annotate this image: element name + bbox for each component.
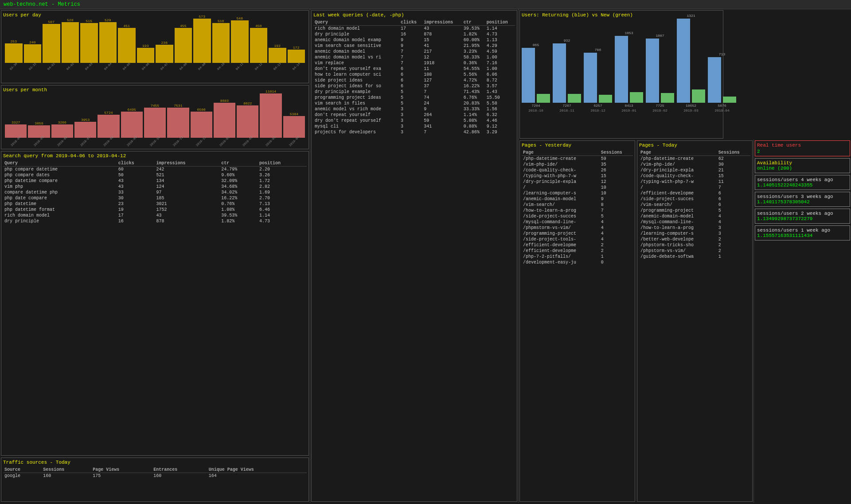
title-bar: web-techno.net - Metrics — [0, 0, 851, 9]
ret-bar-group: 1053 8413 2019-01 — [615, 31, 643, 112]
sessions-2w-value: 1.13499298737372279 — [757, 216, 848, 221]
table-row: don't repeat yourself exa61154.55%1.00 — [313, 66, 515, 72]
table-row: php compare datetime6024224.79%2.20 — [3, 167, 307, 173]
day-bar-item: 451 04-05 — [118, 23, 136, 68]
table-row: /10 — [522, 185, 633, 190]
py-col-page: Page — [522, 150, 600, 156]
table-row: /7 — [639, 185, 750, 190]
table-row: /guide-debate-softwa1 — [639, 254, 750, 260]
availability-value: online (200) — [757, 166, 848, 171]
last-week-queries-section: Last week queries (-date, -php) Query cl… — [311, 10, 517, 502]
pt-col-sessions: Sessions — [717, 150, 750, 156]
table-row: anemic model vs rich mode3933.33%1.56 — [313, 106, 515, 112]
table-row: dry principle example5771.43%1.43 — [313, 89, 515, 95]
table-row: vim replace719180.36%7.16 — [313, 60, 515, 66]
pages-yesterday-title: Pages - Yesterday — [522, 143, 633, 148]
search-query-title: Search query from 2019-04-06 to 2019-04-… — [3, 153, 307, 159]
pages-yesterday-table: Page Sessions /php-datetime-create59 /vi… — [522, 150, 633, 265]
table-row: /mysql-command-line-4 — [522, 219, 633, 225]
table-row: /learning-computer-s10 — [522, 190, 633, 196]
table-row: /learning-computer-s3 — [639, 231, 750, 236]
sq-col-clicks: clicks — [117, 160, 155, 167]
ret-bar-group: 932 7267 2018-11 — [553, 39, 581, 112]
table-row: /code-quality-check-26 — [522, 167, 633, 173]
table-row: /side-project-tools-4 — [522, 236, 633, 242]
day-bar-item: 507 04-01 — [43, 19, 60, 68]
month-bar-item: 6495 2018-09 — [121, 107, 143, 143]
sq-col-impressions: impressions — [155, 160, 220, 167]
search-query-table: Query clicks impressions ctr position ph… — [3, 160, 307, 224]
table-row: php compare dates505219.60%3.26 — [3, 172, 307, 178]
ts-col-entrances: Entrances — [152, 467, 207, 473]
table-row: /typing-with-php-7-w15 — [522, 173, 633, 179]
traffic-sources-table: Source Sessions Page Views Entrances Uni… — [3, 467, 307, 479]
table-row: rich domain model174339.53%1.14 — [3, 213, 307, 218]
realtime-title: Real time users — [757, 143, 848, 148]
ret-bar-group: 713 5076 2019-04 — [708, 52, 736, 112]
lw-col-impressions: impressions — [422, 19, 462, 26]
ts-col-sessions: Sessions — [42, 467, 91, 473]
traffic-sources-title: Traffic sources - Today — [3, 460, 307, 465]
table-row: /anemic-domain-model4 — [639, 213, 750, 219]
day-bar-item: 172 04-14 — [288, 45, 305, 68]
day-bar-item: 573 04-09 — [193, 14, 211, 68]
lw-col-clicks: clicks — [399, 19, 422, 26]
table-row: anemic domain model vs ri71258.33%1.00 — [313, 54, 515, 60]
right-info-panel: Real time users 2 Availability online (2… — [753, 140, 851, 503]
table-row: /anemic-domain-model9 — [522, 196, 633, 202]
ret-bar-group: 786 6257 2018-12 — [584, 48, 612, 112]
table-row: /vim-search/6 — [639, 202, 750, 208]
users-per-month-chart: Users per month 3327 2018-04 3059 2018-0… — [1, 85, 309, 149]
table-row: /vim-search/8 — [522, 202, 633, 208]
realtime-box: Real time users 2 — [755, 140, 850, 156]
table-row: dry principle168781.82%4.73 — [3, 218, 307, 224]
table-row: /how-to-learn-a-prog3 — [639, 225, 750, 231]
table-row: side project ideas61274.72%8.72 — [313, 78, 515, 83]
pages-today-table: Page Sessions /php-datetime-create62 /vi… — [639, 150, 750, 260]
sessions-3w-box: sessions/users 3 weeks ago 1.14011753783… — [755, 192, 850, 207]
month-bar-item: 3327 2018-04 — [5, 120, 27, 143]
sessions-4w-value: 1.14051522248243355 — [757, 182, 848, 188]
month-bar-item: 7531 2018-11 — [167, 103, 189, 143]
table-row: /phpmstorm-vs-vim/4 — [522, 225, 633, 231]
table-row: php datetime format1917521.08%6.46 — [3, 207, 307, 213]
table-row: /how-to-learn-a-prog7 — [522, 208, 633, 213]
table-row: don't repeat yourself32641.14%6.32 — [313, 112, 515, 118]
month-bar-item: 3266 2018-06 — [51, 120, 73, 143]
search-query-section: Search query from 2019-04-06 to 2019-04-… — [1, 151, 309, 456]
sq-col-ctr: ctr — [220, 160, 258, 167]
day-bar-item: 236 04-07 — [156, 40, 173, 68]
sessions-2w-box: sessions/users 2 weeks ago 1.13499298737… — [755, 209, 850, 224]
table-row: /phpstorm-tricks-sho2 — [639, 242, 750, 248]
day-bar-item: 192 04-13 — [269, 43, 286, 68]
ret-bar-group: 865 7204 2018-10 — [522, 43, 550, 112]
month-bar-item: 8683 2019-01 — [214, 98, 235, 143]
table-row: /dry-principle-expla21 — [639, 167, 750, 173]
month-bar-item: 3953 2018-07 — [74, 117, 96, 143]
day-bar-item: 529 04-04 — [99, 17, 117, 68]
returning-chart: Users: Returning (blue) vs New (green) 8… — [519, 10, 723, 139]
users-per-day-chart: Users per day 253 03-30 240 03-31 507 04… — [1, 10, 309, 83]
table-row: /efficient-developme2 — [522, 242, 633, 248]
month-bar-item: 8022 2019-02 — [237, 101, 258, 143]
table-row: php date compare3018516.22%2.70 — [3, 195, 307, 201]
table-row: /better-web-develope2 — [639, 236, 750, 242]
day-bar-item: 253 03-30 — [5, 39, 23, 68]
table-row: how to learn computer sci61085.56%6.06 — [313, 72, 515, 78]
sessions-1w-value: 1.15557163531111434 — [757, 233, 848, 238]
pages-today-section: Pages - Today Page Sessions /php-datetim… — [637, 140, 753, 502]
sq-col-query: Query — [3, 160, 117, 167]
table-row: /phpstorm-vs-vim/2 — [639, 248, 750, 254]
table-row: /side-project-succes5 — [522, 213, 633, 219]
table-row: side project ideas for so63716.22%3.57 — [313, 83, 515, 89]
returning-bars: 865 7204 2018-10 932 7267 2018-11 786 62… — [522, 19, 721, 112]
sessions-3w-value: 1.1401175378305042 — [757, 199, 848, 205]
month-bar-item: 7455 2018-10 — [144, 103, 166, 143]
table-row: /vim-php-ide/35 — [522, 162, 633, 167]
last-week-table: Query clicks impressions ctr position ri… — [313, 19, 515, 135]
day-bar-item: 515 04-03 — [80, 18, 98, 68]
ts-col-pageviews: Page Views — [91, 467, 152, 473]
table-row: /typing-with-php-7-w11 — [639, 179, 750, 185]
ret-bar-group: 1321 10652 2019-03 — [677, 14, 705, 112]
ret-bar-group: 1007 7725 2019-02 — [646, 34, 674, 112]
